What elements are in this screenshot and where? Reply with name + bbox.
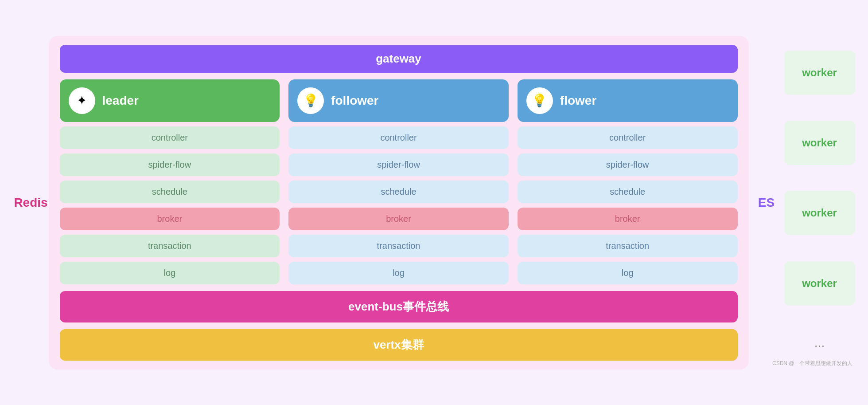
leader-spider-flow: spider-flow [60,153,280,176]
follower-icon: 💡 [297,87,324,114]
flower-column: 💡 flower controller spider-flow schedule… [518,79,738,284]
es-label: ES [758,196,775,210]
worker-label-2: worker [802,137,837,149]
follower-controller: controller [288,126,509,149]
leader-log: log [60,262,280,284]
vertx-label: vertx集群 [373,338,424,351]
flower-spider-flow: spider-flow [518,153,738,176]
worker-box-3: worker [784,191,855,235]
gateway-bar: gateway [60,45,738,73]
leader-schedule: schedule [60,181,280,203]
leader-transaction: transaction [60,235,280,257]
flower-header: 💡 flower [518,79,738,122]
columns-row: ✦ leader controller spider-flow schedule… [60,79,738,284]
workers-column: worker worker worker worker ... [784,36,855,370]
worker-box-2: worker [784,121,855,165]
watermark: CSDN @一个带着思想做开发的人 [772,360,853,367]
follower-spider-flow: spider-flow [288,153,509,176]
worker-dots: ... [784,331,855,354]
leader-icon: ✦ [69,87,95,114]
leader-broker: broker [60,208,280,230]
worker-box-4: worker [784,261,855,306]
flower-log: log [518,262,738,284]
flower-broker: broker [518,208,738,230]
page-wrapper: Redis gateway ✦ leader controller spider… [13,36,855,370]
leader-column: ✦ leader controller spider-flow schedule… [60,79,280,284]
follower-schedule: schedule [288,181,509,203]
follower-transaction: transaction [288,235,509,257]
event-bus-bar: event-bus事件总线 [60,291,738,322]
flower-controller: controller [518,126,738,149]
leader-controller: controller [60,126,280,149]
worker-box-1: worker [784,51,855,95]
es-label-container: ES [749,36,784,370]
worker-label-3: worker [802,207,837,219]
vertx-bar: vertx集群 [60,329,738,361]
flower-schedule: schedule [518,181,738,203]
follower-broker: broker [288,208,509,230]
follower-column: 💡 follower controller spider-flow schedu… [288,79,509,284]
worker-label-4: worker [802,277,837,290]
follower-title: follower [331,94,378,108]
follower-log: log [288,262,509,284]
event-bus-label: event-bus事件总线 [348,300,449,313]
gateway-label: gateway [376,52,421,65]
follower-header: 💡 follower [288,79,509,122]
redis-label-container: Redis [13,36,49,370]
worker-label-1: worker [802,67,837,79]
flower-title: flower [560,94,596,108]
flower-transaction: transaction [518,235,738,257]
redis-label: Redis [14,196,47,210]
flower-icon: 💡 [526,87,553,114]
leader-title: leader [102,94,139,108]
leader-header: ✦ leader [60,79,280,122]
main-diagram: gateway ✦ leader controller spider-flow … [49,36,749,370]
